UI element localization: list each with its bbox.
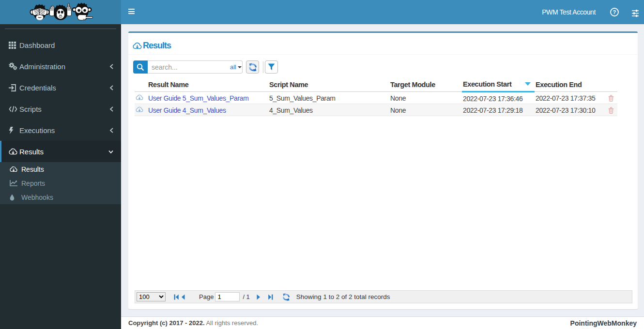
svg-text:?: ? <box>613 9 616 15</box>
